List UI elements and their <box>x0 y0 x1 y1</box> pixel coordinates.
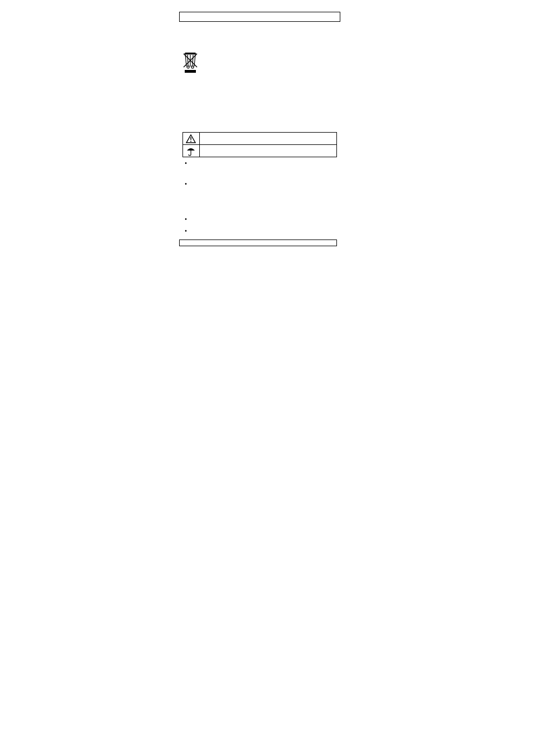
svg-point-4 <box>191 66 194 68</box>
warning-symbol-cell <box>183 133 200 145</box>
bullet-list: • • • • <box>182 160 337 235</box>
bullet-marker: • <box>182 181 189 187</box>
symbol-table <box>182 132 337 157</box>
weee-section <box>179 53 340 73</box>
bottom-box-outline <box>179 240 337 246</box>
warning-triangle-icon <box>183 134 199 143</box>
table-row <box>183 145 337 157</box>
svg-point-9 <box>190 140 191 142</box>
list-item: • <box>182 228 337 234</box>
keep-dry-symbol-cell <box>183 145 200 157</box>
table-row <box>183 133 337 145</box>
keep-dry-text-cell <box>199 145 336 157</box>
weee-crossed-bin-icon <box>182 53 198 73</box>
bullet-marker: • <box>182 228 189 234</box>
bullet-text <box>189 216 337 222</box>
svg-line-2 <box>193 55 193 65</box>
list-item: • <box>182 216 337 222</box>
svg-rect-7 <box>185 70 196 73</box>
top-box-outline <box>179 12 340 22</box>
umbrella-icon <box>183 146 199 156</box>
svg-line-0 <box>188 55 188 65</box>
bullet-marker: • <box>182 216 189 222</box>
bullet-text <box>189 181 337 187</box>
list-item: • <box>182 181 337 187</box>
list-item: • <box>182 160 337 166</box>
bullet-text <box>189 160 337 166</box>
warning-text-cell <box>199 133 336 145</box>
svg-point-3 <box>187 66 189 68</box>
bullet-marker: • <box>182 160 189 166</box>
bullet-text <box>189 228 337 234</box>
